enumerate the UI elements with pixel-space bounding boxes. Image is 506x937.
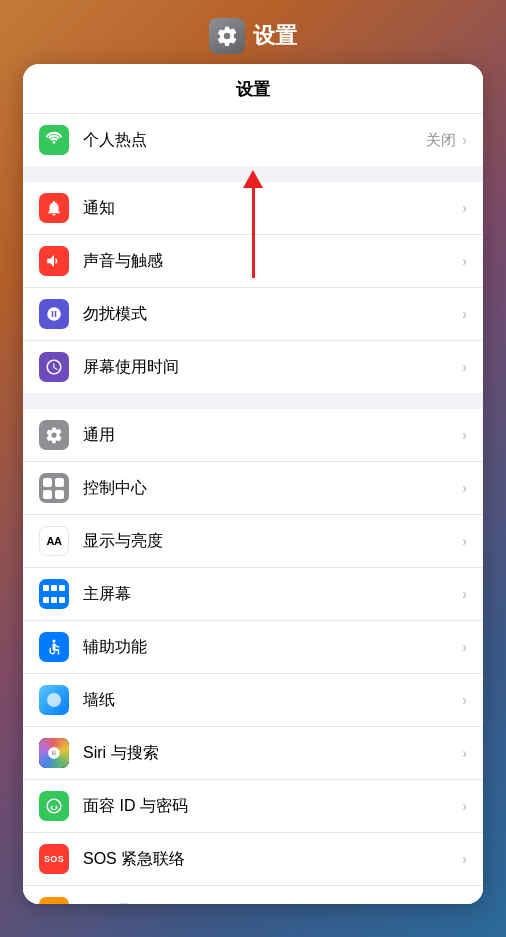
general-chevron: › [462, 427, 467, 443]
siri-chevron: › [462, 745, 467, 761]
gear-svg-icon [216, 25, 238, 47]
card-header: 设置 [23, 64, 483, 114]
notifications-chevron: › [462, 200, 467, 216]
hotspot-icon [39, 125, 69, 155]
exposure-svg [45, 903, 63, 904]
notifications-icon [39, 193, 69, 223]
accessibility-icon [39, 632, 69, 662]
svg-point-0 [53, 640, 56, 643]
wallpaper-chevron: › [462, 692, 467, 708]
sos-icon: SOS [39, 844, 69, 874]
exposure-icon-el [39, 897, 69, 904]
ctrl-dot-4 [55, 490, 64, 499]
general-label: 通用 [83, 425, 462, 446]
settings-app-icon [209, 18, 245, 54]
homescreen-label: 主屏幕 [83, 584, 462, 605]
screentime-item[interactable]: 屏幕使用时间 › [23, 341, 483, 393]
display-icon: AA [39, 526, 69, 556]
dnd-svg [45, 305, 63, 323]
divider-2 [23, 401, 483, 409]
homescreen-item[interactable]: 主屏幕 › [23, 568, 483, 621]
screentime-chevron: › [462, 359, 467, 375]
accessibility-svg [45, 638, 63, 656]
general-svg [45, 426, 63, 444]
exposure-item[interactable]: 暴露通知 › [23, 886, 483, 904]
exposure-label: 暴露通知 [83, 902, 462, 905]
accessibility-chevron: › [462, 639, 467, 655]
divider-1 [23, 174, 483, 182]
siri-item[interactable]: Siri 与搜索 › [23, 727, 483, 780]
notifications-item[interactable]: 通知 › [23, 182, 483, 235]
faceid-svg [45, 797, 63, 815]
dnd-label: 勿扰模式 [83, 304, 462, 325]
hotspot-item[interactable]: 个人热点 关闭 › [23, 114, 483, 166]
sos-text: SOS [44, 854, 64, 864]
card-title: 设置 [236, 80, 270, 99]
display-chevron: › [462, 533, 467, 549]
sos-chevron: › [462, 851, 467, 867]
control-icon [39, 473, 69, 503]
sound-svg [45, 252, 63, 270]
hotspot-label: 个人热点 [83, 130, 426, 151]
wallpaper-icon-el [39, 685, 69, 715]
accessibility-label: 辅助功能 [83, 637, 462, 658]
sound-item[interactable]: 声音与触感 › [23, 235, 483, 288]
top-title-label: 设置 [253, 21, 297, 51]
sound-label: 声音与触感 [83, 251, 462, 272]
wallpaper-label: 墙纸 [83, 690, 462, 711]
siri-svg [47, 746, 61, 760]
general-item[interactable]: 通用 › [23, 409, 483, 462]
display-label: 显示与亮度 [83, 531, 462, 552]
screentime-svg [45, 358, 63, 376]
sos-item[interactable]: SOS SOS 紧急联络 › [23, 833, 483, 886]
display-item[interactable]: AA 显示与亮度 › [23, 515, 483, 568]
settings-card: 设置 个人热点 关闭 › 通知 › [23, 64, 483, 904]
faceid-icon [39, 791, 69, 821]
control-chevron: › [462, 480, 467, 496]
general-section: 通用 › 控制中心 › AA 显示与亮度 › [23, 409, 483, 904]
ctrl-dot-2 [55, 478, 64, 487]
aa-text: AA [47, 535, 62, 547]
sound-chevron: › [462, 253, 467, 269]
dnd-item[interactable]: 勿扰模式 › [23, 288, 483, 341]
hotspot-svg [45, 131, 63, 149]
homescreen-icon [39, 579, 69, 609]
top-bar: 设置 [209, 18, 297, 54]
wallpaper-circle [47, 693, 61, 707]
sound-icon [39, 246, 69, 276]
hotspot-section: 个人热点 关闭 › [23, 114, 483, 166]
notifications-svg [45, 199, 63, 217]
control-label: 控制中心 [83, 478, 462, 499]
siri-icon-el [39, 738, 69, 768]
ctrl-dot-3 [43, 490, 52, 499]
dnd-icon [39, 299, 69, 329]
sos-label: SOS 紧急联络 [83, 849, 462, 870]
hotspot-value: 关闭 [426, 131, 456, 150]
homescreen-chevron: › [462, 586, 467, 602]
accessibility-item[interactable]: 辅助功能 › [23, 621, 483, 674]
control-item[interactable]: 控制中心 › [23, 462, 483, 515]
screentime-icon [39, 352, 69, 382]
ctrl-dot-1 [43, 478, 52, 487]
notifications-label: 通知 [83, 198, 462, 219]
hotspot-chevron: › [462, 132, 467, 148]
screentime-label: 屏幕使用时间 [83, 357, 462, 378]
notifications-section: 通知 › 声音与触感 › 勿扰模式 › [23, 182, 483, 393]
faceid-item[interactable]: 面容 ID 与密码 › [23, 780, 483, 833]
wallpaper-item[interactable]: 墙纸 › [23, 674, 483, 727]
faceid-chevron: › [462, 798, 467, 814]
siri-label: Siri 与搜索 [83, 743, 462, 764]
general-icon [39, 420, 69, 450]
faceid-label: 面容 ID 与密码 [83, 796, 462, 817]
dnd-chevron: › [462, 306, 467, 322]
